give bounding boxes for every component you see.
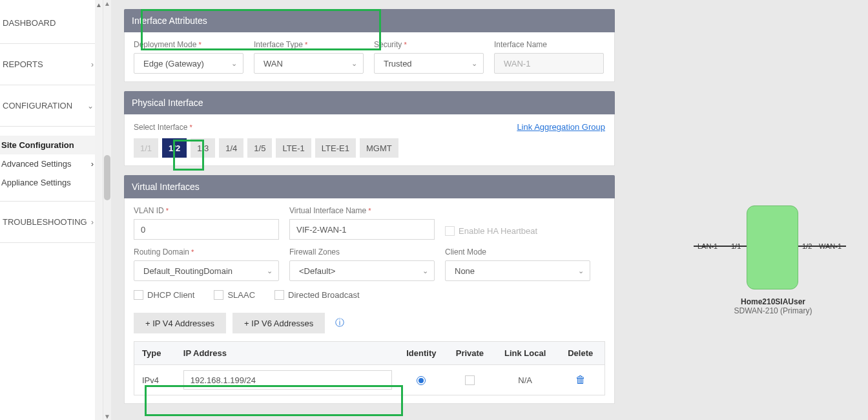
scroll-up-icon[interactable]: ▲ <box>96 0 102 10</box>
device-icon <box>747 205 798 289</box>
subnav-advanced-settings[interactable]: Advanced Settings › <box>0 154 103 173</box>
vlan-id-input[interactable] <box>134 219 279 240</box>
nav-label: DASHBOARD <box>3 18 56 28</box>
port-mgmt[interactable]: MGMT <box>360 138 398 158</box>
cell-linklocal: N/A <box>494 365 556 395</box>
preview-column: LAN-1 1/1 1/2 WAN-1 Home210SIAUser SDWAN… <box>628 0 868 420</box>
field-virtual-interface-name: Virtual Interface Name <box>289 206 435 240</box>
identity-radio[interactable] <box>417 376 426 385</box>
scroll-down-icon[interactable]: ▼ <box>103 413 111 420</box>
routing-domain-select[interactable]: Default_RoutingDomain ⌄ <box>134 260 279 281</box>
field-enable-ha: Enable HA Heartbeat <box>445 206 537 240</box>
cell-identity <box>397 365 446 395</box>
field-label: Routing Domain <box>134 247 279 257</box>
port-1-2[interactable]: 1/2 <box>162 138 187 158</box>
section-title: Virtual Interfaces <box>132 182 200 192</box>
port-1-2-label: 1/2 <box>802 242 812 250</box>
slaac-checkbox[interactable]: SLAAC <box>214 290 255 300</box>
nav-divider <box>0 126 103 127</box>
add-ipv6-button[interactable]: + IP V6 Addresses <box>232 313 325 333</box>
nav-configuration[interactable]: CONFIGURATION ⌄ <box>0 94 103 117</box>
checkbox-label: Directed Broadcast <box>288 290 360 300</box>
subnav-label: Site Configuration <box>1 140 74 150</box>
subnav-label: Appliance Settings <box>1 178 71 187</box>
scroll-thumb[interactable] <box>104 155 110 200</box>
nav-label: REPORTS <box>3 59 43 69</box>
section-title: Interface Attributes <box>132 16 207 26</box>
port-lte-e1[interactable]: LTE-E1 <box>315 138 356 158</box>
scroll-up-icon[interactable]: ▲ <box>103 0 111 7</box>
chevron-right-icon: › <box>91 218 94 227</box>
add-ipv4-button[interactable]: + IP V4 Addresses <box>134 313 226 333</box>
section-body-virtual-interfaces: VLAN ID Virtual Interface Name Enable HA… <box>124 198 615 404</box>
main: ▲ ▼ Interface Attributes Deployment Mode… <box>103 0 868 420</box>
nav-divider <box>0 242 103 243</box>
chevron-right-icon: › <box>91 60 94 69</box>
select-display: WAN <box>254 53 364 74</box>
subnav-label: Advanced Settings <box>1 159 71 169</box>
cell-delete: 🗑 <box>556 365 604 395</box>
col-type: Type <box>134 342 176 365</box>
field-interface-name: Interface Name WAN-1 <box>494 40 604 74</box>
port-1-1: 1/1 <box>134 138 158 158</box>
port-1-3[interactable]: 1/3 <box>191 138 215 158</box>
field-label: Client Mode <box>445 247 590 257</box>
field-label: Security <box>374 40 484 49</box>
nav-divider <box>0 201 103 202</box>
directed-broadcast-checkbox[interactable]: Directed Broadcast <box>274 290 360 300</box>
nav-troubleshooting[interactable]: TROUBLESHOOTING › <box>0 211 103 233</box>
private-checkbox[interactable] <box>465 375 475 385</box>
wan-label: WAN-1 <box>819 242 842 250</box>
select-display: Default_RoutingDomain <box>134 260 279 281</box>
table-row: IPv4 N/A 🗑 <box>134 365 605 395</box>
lan-label: LAN-1 <box>698 242 718 250</box>
interface-type-select[interactable]: WAN ⌄ <box>254 53 364 74</box>
sidebar-scrollbar[interactable]: ▲ <box>95 0 103 420</box>
ip-address-table: Type IP Address Identity Private Link Lo… <box>134 341 605 395</box>
select-display: <Default> <box>289 260 435 281</box>
interface-name-input: WAN-1 <box>494 53 604 74</box>
subnav-site-configuration[interactable]: Site Configuration <box>0 136 103 154</box>
section-title: Physical Interface <box>132 98 203 108</box>
port-lte-1[interactable]: LTE-1 <box>276 138 311 158</box>
main-scrollbar[interactable]: ▲ ▼ <box>103 0 111 420</box>
select-display: None <box>445 260 590 281</box>
client-mode-select[interactable]: None ⌄ <box>445 260 590 281</box>
port-1-4[interactable]: 1/4 <box>219 138 243 158</box>
enable-ha-heartbeat-checkbox: Enable HA Heartbeat <box>445 226 537 236</box>
field-label: Firewall Zones <box>289 247 435 257</box>
checkbox-icon <box>134 290 143 300</box>
subnav-appliance-settings[interactable]: Appliance Settings <box>0 173 103 192</box>
nav-dashboard[interactable]: DASHBOARD <box>0 12 103 34</box>
field-label: Virtual Interface Name <box>289 206 435 215</box>
virtual-interface-name-input[interactable] <box>289 219 435 240</box>
select-display: Trusted <box>374 53 484 74</box>
field-interface-type: Interface Type WAN ⌄ <box>254 40 364 74</box>
nav-reports[interactable]: REPORTS › <box>0 53 103 76</box>
dhcp-client-checkbox[interactable]: DHCP Client <box>134 290 194 300</box>
deployment-mode-select[interactable]: Edge (Gateway) ⌄ <box>134 53 243 74</box>
checkbox-row: DHCP Client SLAAC Directed Broadcast <box>134 290 605 300</box>
field-label: VLAN ID <box>134 206 279 215</box>
section-body-interface-attributes: Deployment Mode Edge (Gateway) ⌄ Interfa… <box>124 32 615 82</box>
select-interface-label: Select Interface <box>134 123 192 132</box>
cell-type: IPv4 <box>134 365 176 395</box>
cell-ip <box>176 365 397 395</box>
chevron-right-icon: › <box>91 159 94 169</box>
checkbox-label: Enable HA Heartbeat <box>459 226 537 236</box>
checkbox-icon <box>445 226 455 236</box>
info-icon[interactable]: ⓘ <box>335 317 344 329</box>
chevron-down-icon: ⌄ <box>87 101 94 110</box>
nav-divider <box>0 43 103 44</box>
nav-divider <box>0 85 103 85</box>
nav-label: TROUBLESHOOTING <box>3 217 87 227</box>
firewall-zones-select[interactable]: <Default> ⌄ <box>289 260 435 281</box>
checkbox-icon <box>274 290 284 300</box>
security-select[interactable]: Trusted ⌄ <box>374 53 484 74</box>
trash-icon[interactable]: 🗑 <box>575 374 586 385</box>
port-1-5[interactable]: 1/5 <box>247 138 272 158</box>
checkbox-icon <box>214 290 223 300</box>
field-label: Interface Type <box>254 40 364 49</box>
ip-address-input[interactable] <box>183 370 392 390</box>
link-aggregation-group[interactable]: Link Aggregation Group <box>517 122 605 132</box>
